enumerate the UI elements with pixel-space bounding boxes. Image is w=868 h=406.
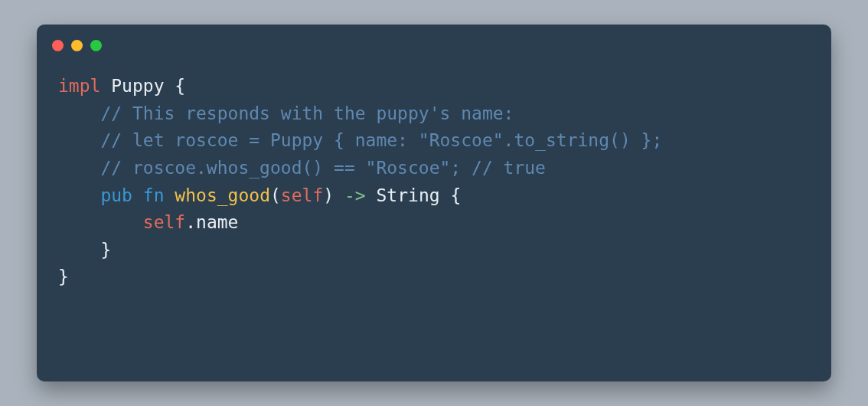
- code-line-3: // let roscoe = Puppy { name: "Roscoe".t…: [58, 130, 662, 150]
- comment: // roscoe.whos_good() == "Roscoe"; // tr…: [100, 158, 546, 178]
- code-line-6: self.name: [58, 212, 238, 232]
- traffic-light-close-icon[interactable]: [52, 40, 64, 51]
- traffic-light-minimize-icon[interactable]: [71, 40, 83, 51]
- field-name: name: [196, 212, 238, 232]
- arrow: ->: [344, 185, 366, 205]
- space: [440, 185, 451, 205]
- indent: [58, 158, 100, 178]
- code-window: impl Puppy { // This responds with the p…: [37, 25, 831, 381]
- kw-impl: impl: [58, 76, 100, 96]
- indent: [58, 240, 100, 260]
- kw-self: self: [281, 185, 323, 205]
- space: [165, 76, 175, 96]
- paren-open: (: [270, 185, 281, 205]
- space: [334, 185, 344, 205]
- paren-close: ): [323, 185, 334, 205]
- kw-self: self: [143, 212, 185, 232]
- fn-name: whos_good: [175, 185, 270, 205]
- code-line-2: // This responds with the puppy's name:: [58, 103, 514, 123]
- type-string: String: [377, 185, 440, 205]
- code-line-8: }: [58, 267, 69, 286]
- comment: // let roscoe = Puppy { name: "Roscoe".t…: [100, 130, 662, 150]
- indent: [58, 130, 100, 150]
- kw-pub: pub: [100, 185, 132, 205]
- brace-close: }: [100, 240, 111, 260]
- kw-fn: fn: [143, 185, 165, 205]
- traffic-light-zoom-icon[interactable]: [90, 40, 102, 51]
- window-titlebar: [37, 25, 831, 54]
- space: [165, 185, 175, 205]
- indent: [58, 185, 100, 205]
- code-line-4: // roscoe.whos_good() == "Roscoe"; // tr…: [58, 158, 546, 178]
- brace-open: {: [175, 76, 185, 96]
- code-block: impl Puppy { // This responds with the p…: [37, 54, 831, 309]
- dot: .: [185, 212, 196, 232]
- comment: // This responds with the puppy's name:: [100, 103, 514, 123]
- space: [366, 185, 377, 205]
- brace-open: {: [450, 185, 461, 205]
- type-puppy: Puppy: [111, 76, 164, 96]
- code-line-7: }: [58, 240, 111, 260]
- indent: [58, 212, 143, 232]
- space: [100, 76, 111, 96]
- indent: [58, 103, 100, 123]
- code-line-1: impl Puppy {: [58, 76, 185, 96]
- brace-close: }: [58, 267, 69, 286]
- code-line-5: pub fn whos_good(self) -> String {: [58, 185, 461, 205]
- space: [132, 185, 143, 205]
